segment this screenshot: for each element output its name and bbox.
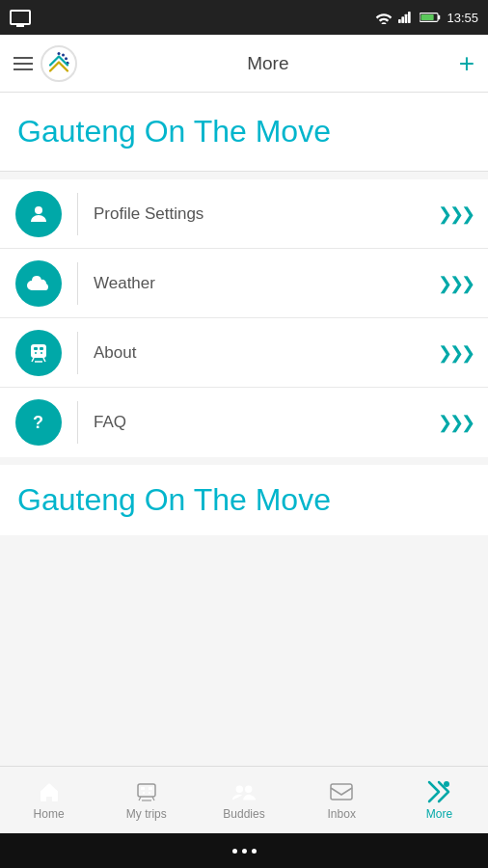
hamburger-menu-icon[interactable] bbox=[14, 57, 33, 70]
top-nav: More + bbox=[0, 35, 488, 93]
signal-icon bbox=[398, 11, 414, 24]
menu-item-weather[interactable]: Weather ❯❯❯ bbox=[0, 249, 488, 318]
svg-point-7 bbox=[58, 52, 61, 55]
home-icon bbox=[36, 780, 63, 803]
svg-rect-5 bbox=[439, 15, 441, 19]
menu-item-faq[interactable]: ? FAQ ❯❯❯ bbox=[0, 388, 488, 457]
svg-point-25 bbox=[236, 785, 243, 792]
menu-divider bbox=[77, 401, 78, 444]
about-label: About bbox=[94, 343, 438, 363]
nav-item-more[interactable]: More bbox=[391, 780, 488, 821]
menu-divider bbox=[77, 332, 78, 374]
svg-rect-0 bbox=[398, 19, 401, 23]
nav-item-buddies[interactable]: Buddies bbox=[195, 780, 292, 821]
inbox-icon bbox=[328, 780, 355, 803]
cloud-icon bbox=[26, 273, 51, 294]
faq-chevron-icon: ❯❯❯ bbox=[438, 412, 473, 433]
menu-item-profile[interactable]: Profile Settings ❯❯❯ bbox=[0, 179, 488, 249]
menu-list: Profile Settings ❯❯❯ Weather ❯❯❯ bbox=[0, 179, 488, 457]
faq-icon-circle: ? bbox=[15, 399, 62, 446]
weather-label: Weather bbox=[94, 274, 438, 293]
system-dots-icon bbox=[232, 849, 257, 854]
wifi-icon bbox=[375, 11, 393, 24]
buddies-icon bbox=[230, 780, 258, 803]
svg-point-26 bbox=[245, 785, 252, 792]
weather-chevron-icon: ❯❯❯ bbox=[438, 273, 473, 294]
about-chevron-icon: ❯❯❯ bbox=[438, 342, 473, 364]
more-icon bbox=[425, 780, 452, 803]
home-nav-label: Home bbox=[34, 807, 65, 821]
screen-icon bbox=[10, 10, 31, 25]
status-bar-left bbox=[10, 10, 31, 25]
svg-rect-14 bbox=[40, 347, 43, 350]
svg-rect-22 bbox=[143, 792, 145, 794]
buddies-nav-label: Buddies bbox=[223, 807, 264, 821]
menu-divider bbox=[77, 262, 78, 305]
svg-point-28 bbox=[444, 781, 449, 787]
svg-rect-23 bbox=[149, 792, 150, 794]
nav-item-inbox[interactable]: Inbox bbox=[293, 780, 391, 821]
svg-rect-12 bbox=[31, 344, 46, 358]
app-logo bbox=[41, 45, 77, 82]
person-icon bbox=[27, 203, 50, 226]
menu-divider bbox=[77, 193, 78, 235]
svg-text:?: ? bbox=[33, 413, 43, 432]
battery-icon bbox=[420, 12, 441, 23]
logo-svg bbox=[44, 49, 73, 78]
profile-icon-circle bbox=[15, 191, 62, 237]
bottom-bar bbox=[0, 833, 488, 868]
svg-rect-15 bbox=[35, 352, 37, 354]
section2-title: Gauteng On The Move bbox=[17, 482, 331, 517]
svg-rect-27 bbox=[331, 784, 352, 800]
clock: 13:55 bbox=[447, 11, 478, 25]
about-icon-circle bbox=[15, 330, 62, 376]
more-nav-label: More bbox=[426, 807, 452, 821]
question-icon: ? bbox=[27, 411, 50, 434]
section1-header: Gauteng On The Move bbox=[0, 93, 488, 172]
section2-header: Gauteng On The Move bbox=[0, 465, 488, 535]
profile-settings-label: Profile Settings bbox=[94, 204, 438, 224]
svg-rect-16 bbox=[41, 352, 42, 354]
svg-rect-1 bbox=[402, 16, 405, 23]
train-icon bbox=[26, 340, 51, 366]
my-trips-icon bbox=[133, 780, 160, 803]
page-title: More bbox=[247, 53, 288, 74]
svg-rect-20 bbox=[141, 787, 145, 790]
svg-rect-13 bbox=[34, 347, 38, 350]
menu-item-about[interactable]: About ❯❯❯ bbox=[0, 318, 488, 388]
svg-point-8 bbox=[62, 53, 65, 56]
faq-label: FAQ bbox=[94, 413, 438, 432]
weather-icon-circle bbox=[15, 260, 62, 307]
profile-chevron-icon: ❯❯❯ bbox=[438, 203, 473, 225]
nav-item-home[interactable]: Home bbox=[0, 780, 97, 821]
top-nav-left bbox=[14, 45, 77, 82]
section1-title: Gauteng On The Move bbox=[17, 114, 331, 149]
my-trips-nav-label: My trips bbox=[126, 807, 167, 821]
svg-point-9 bbox=[65, 57, 68, 60]
bottom-nav: Home My trips Buddies bbox=[0, 766, 488, 833]
nav-item-my-trips[interactable]: My trips bbox=[97, 780, 195, 821]
status-bar-right: 13:55 bbox=[375, 11, 478, 25]
svg-rect-21 bbox=[149, 787, 152, 790]
svg-rect-3 bbox=[408, 12, 411, 23]
svg-rect-2 bbox=[405, 14, 408, 23]
add-button[interactable]: + bbox=[459, 50, 474, 77]
status-bar: 13:55 bbox=[0, 0, 488, 35]
svg-rect-19 bbox=[138, 784, 155, 797]
inbox-nav-label: Inbox bbox=[328, 807, 356, 821]
svg-point-11 bbox=[35, 206, 42, 214]
svg-rect-6 bbox=[421, 14, 434, 20]
